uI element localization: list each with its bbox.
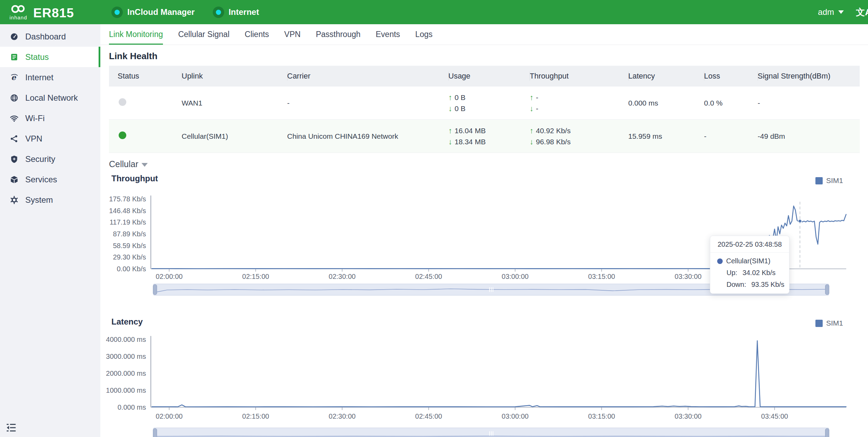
sidebar-item-status[interactable]: Status xyxy=(0,47,100,67)
system-icon xyxy=(10,195,19,204)
y-tick-label: 1000.000 ms xyxy=(106,386,146,394)
down-value: ↓96.98 Kb/s xyxy=(530,137,628,147)
vpn-icon xyxy=(10,134,19,143)
tab-logs[interactable]: Logs xyxy=(415,24,432,45)
tab-label: Logs xyxy=(415,30,432,39)
latency-zoom-slider[interactable] xyxy=(153,428,829,437)
latency-chart-title: Latency xyxy=(111,317,143,327)
signal-cell: - xyxy=(758,99,860,107)
table-header-row: StatusUplinkCarrierUsageThroughputLatenc… xyxy=(109,66,860,87)
tab-clients[interactable]: Clients xyxy=(245,24,269,45)
down-text: 18.34 MB xyxy=(455,137,486,147)
x-tick-label: 03:15:00 xyxy=(588,273,615,280)
latency-chart[interactable]: 4000.000 ms3000.000 ms2000.000 ms1000.00… xyxy=(100,332,868,429)
down-value: ↓18.34 MB xyxy=(448,137,530,147)
legend-swatch-icon xyxy=(815,177,823,184)
security-icon xyxy=(10,155,19,164)
arrow-up-icon: ↑ xyxy=(530,93,533,102)
carrier-cell: China Unicom CHINA169 Network xyxy=(287,132,448,140)
chevron-down-icon xyxy=(838,10,844,14)
infinity-loops-icon xyxy=(8,4,28,16)
y-tick-label: 0.000 ms xyxy=(118,403,146,411)
column-header-loss: Loss xyxy=(704,66,758,87)
signal-cell: -49 dBm xyxy=(758,132,860,140)
column-header-throughput: Throughput xyxy=(530,66,628,87)
series-dot-icon xyxy=(717,258,723,264)
tab-label: Passthrough xyxy=(316,30,360,39)
sidebar: DashboardStatuseInternetLocal NetworkWi-… xyxy=(0,24,100,437)
cyan-dot-icon xyxy=(115,10,120,15)
tab-bar: Link MonitoringCellular SignalClientsVPN… xyxy=(100,24,868,45)
translate-icon[interactable]: 文A xyxy=(856,0,868,24)
usage-cell: ↑0 B↓0 B xyxy=(448,93,530,113)
x-tick-label: 03:00:00 xyxy=(502,412,529,420)
down-text: 96.98 Kb/s xyxy=(536,137,570,147)
up-text: - xyxy=(536,93,538,102)
tooltip-series: Cellular(SIM1) xyxy=(726,257,770,265)
caret-down-icon xyxy=(141,163,148,167)
up-value: ↑16.04 MB xyxy=(448,126,530,136)
x-tick-label: 02:45:00 xyxy=(415,412,442,420)
y-tick-label: 58.59 Kb/s xyxy=(113,242,146,249)
sidebar-item-label: Dashboard xyxy=(25,32,66,42)
zoom-handle-right[interactable] xyxy=(825,428,829,437)
inhand-logo-icon: inhand xyxy=(8,4,28,20)
tab-label: VPN xyxy=(284,30,301,39)
uplink-cell: WAN1 xyxy=(182,99,287,107)
legend-swatch-icon xyxy=(815,320,823,327)
tab-link-monitoring[interactable]: Link Monitoring xyxy=(109,24,163,45)
y-tick-label: 0.00 Kb/s xyxy=(117,265,146,273)
zoom-grip-icon[interactable] xyxy=(489,431,493,436)
zoom-grip-icon[interactable] xyxy=(489,288,493,292)
tab-passthrough[interactable]: Passthrough xyxy=(316,24,360,45)
x-tick-label: 02:00:00 xyxy=(156,273,183,280)
link-health-table: StatusUplinkCarrierUsageThroughputLatenc… xyxy=(109,66,860,153)
sidebar-item-label: VPN xyxy=(25,134,42,144)
sidebar-item-security[interactable]: Security xyxy=(0,149,100,169)
y-tick-label: 146.48 Kb/s xyxy=(109,207,146,215)
sidebar-item-services[interactable]: Services xyxy=(0,169,100,190)
sidebar-item-label: Wi-Fi xyxy=(25,113,45,123)
x-tick-label: 02:45:00 xyxy=(415,273,442,280)
throughput-legend[interactable]: SIM1 xyxy=(815,176,843,185)
sidebar-item-system[interactable]: System xyxy=(0,190,100,210)
arrow-down-icon: ↓ xyxy=(530,137,533,147)
sidebar-item-wi-fi[interactable]: Wi-Fi xyxy=(0,108,100,128)
throughput-chart-title: Throughput xyxy=(111,174,158,183)
y-tick-label: 117.19 Kb/s xyxy=(110,218,146,226)
tab-events[interactable]: Events xyxy=(376,24,400,45)
status-label: Internet xyxy=(229,7,259,17)
up-text: 40.92 Kb/s xyxy=(536,126,570,136)
status-dot-icon xyxy=(111,7,123,18)
sidebar-item-dashboard[interactable]: Dashboard xyxy=(0,26,100,47)
up-text: 0 B xyxy=(455,93,466,102)
zoom-handle-left[interactable] xyxy=(153,428,157,437)
tab-vpn[interactable]: VPN xyxy=(284,24,301,45)
latency-legend[interactable]: SIM1 xyxy=(815,319,843,327)
sidebar-item-local-network[interactable]: Local Network xyxy=(0,88,100,108)
x-tick-label: 02:15:00 xyxy=(242,273,269,280)
sidebar-item-internet[interactable]: eInternet xyxy=(0,67,100,88)
link-health-title: Link Health xyxy=(109,50,868,62)
local-network-icon xyxy=(10,93,19,102)
collapse-sidebar-icon[interactable] xyxy=(6,422,17,433)
column-header-usage: Usage xyxy=(448,66,530,87)
latency-cell: 0.000 ms xyxy=(628,99,704,107)
sidebar-item-label: Services xyxy=(25,175,57,184)
loss-cell: - xyxy=(704,132,758,140)
sidebar-item-label: Internet xyxy=(25,73,53,82)
throughput-cell: ↑-↓- xyxy=(530,93,628,113)
wifi-icon xyxy=(10,114,19,123)
sidebar-item-label: System xyxy=(25,195,53,205)
y-tick-label: 29.30 Kb/s xyxy=(113,253,146,261)
link-row-cellular-sim1: Cellular(SIM1)China Unicom CHINA169 Netw… xyxy=(109,120,860,153)
user-menu[interactable]: adm xyxy=(818,0,844,24)
page: inhand ER815 InCloud ManagerInternet adm… xyxy=(0,0,868,437)
zoom-handle-right[interactable] xyxy=(825,284,829,295)
zoom-handle-left[interactable] xyxy=(153,284,157,295)
tab-cellular-signal[interactable]: Cellular Signal xyxy=(178,24,229,45)
down-text: - xyxy=(536,104,538,113)
up-text: 16.04 MB xyxy=(455,126,486,136)
sidebar-item-vpn[interactable]: VPN xyxy=(0,128,100,149)
cellular-selector[interactable]: Cellular xyxy=(109,159,148,169)
